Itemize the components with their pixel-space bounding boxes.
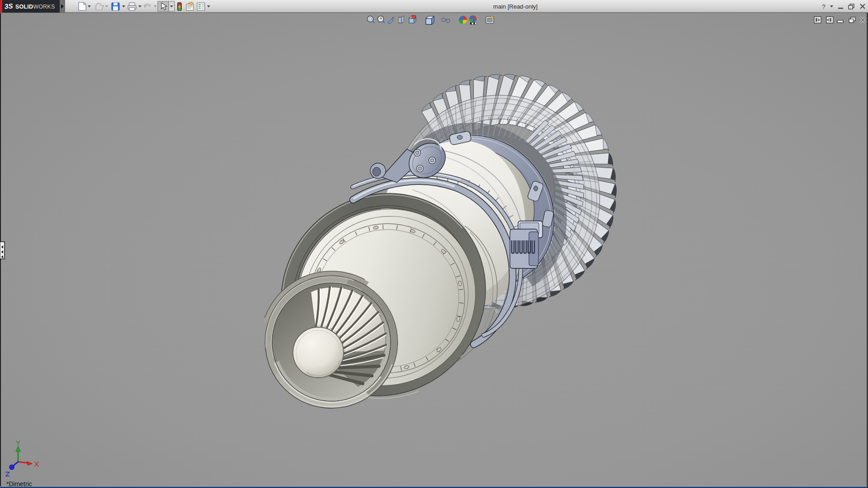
svg-text:SOLIDWORKS: SOLIDWORKS bbox=[15, 4, 55, 10]
svg-text:?: ? bbox=[822, 3, 826, 10]
svg-text:main [Read-only]: main [Read-only] bbox=[493, 3, 538, 10]
svg-text:3S: 3S bbox=[4, 2, 13, 10]
